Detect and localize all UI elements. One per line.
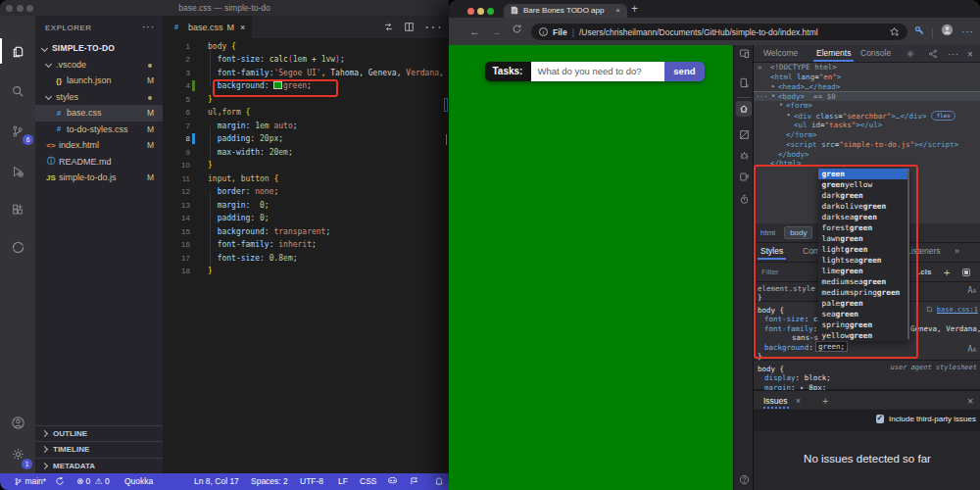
flex-badge[interactable]: flex [931, 111, 955, 121]
disclosure-down-icon[interactable]: ▾ [779, 101, 783, 111]
section-metadata[interactable]: METADATA [35, 458, 163, 474]
extensions-icon[interactable] [0, 195, 35, 224]
device-rotate-icon[interactable] [734, 73, 754, 94]
info-icon[interactable]: i [539, 27, 548, 36]
eol-item[interactable]: LF [338, 473, 348, 490]
dom-node[interactable]: ▸<div class="searchbar">…</div>flex [754, 111, 980, 121]
performance-timer-icon[interactable] [734, 189, 754, 211]
tab-console[interactable]: Console [860, 45, 891, 62]
dom-node[interactable]: <ul id="tasks"></ul> [754, 121, 980, 130]
element-state-icon[interactable] [961, 268, 971, 277]
disclosure-right-icon[interactable]: ▸ [787, 111, 791, 121]
address-bar[interactable]: i File | /Users/chrisheilmann/Documents/… [531, 24, 907, 40]
dom-node[interactable]: ···▾<body> == $0 [754, 92, 980, 102]
cursor-position-item[interactable]: Ln 8, Col 17 [194, 473, 239, 490]
tree-item-simple-to-do.js[interactable]: JSsimple-to-do.jsM [35, 170, 163, 186]
vscode-title-bar[interactable]: base.css — simple-to-do [0, 0, 449, 16]
profile-avatar[interactable] [941, 24, 954, 36]
new-rule-plus-icon[interactable]: + [944, 263, 950, 282]
disclosure-down-icon[interactable]: ▾ [771, 92, 775, 102]
tree-item-base.css[interactable]: #base.cssM [35, 105, 163, 122]
feedback-icon[interactable] [410, 473, 419, 490]
source-control-icon[interactable]: 6 [0, 117, 35, 146]
password-key-icon[interactable] [913, 24, 925, 36]
issues-tab-close-icon[interactable]: × [796, 396, 801, 406]
close-traffic-light[interactable] [467, 8, 474, 15]
settings-gear-icon[interactable]: 1 [0, 439, 35, 468]
tab-elements[interactable]: Elements [816, 45, 851, 62]
disclosure-right-icon[interactable]: ▸ [771, 82, 775, 92]
sync-icon[interactable] [55, 473, 65, 490]
debug-bug-icon[interactable] [734, 145, 754, 167]
browser-tab[interactable]: Bare Bones TODO app × [504, 4, 627, 19]
help-icon[interactable] [734, 468, 754, 490]
dom-node[interactable]: »<!DOCTYPE html> [754, 63, 980, 73]
editor-more-icon[interactable]: ··· [424, 19, 443, 36]
home-welcome-icon[interactable] [736, 101, 752, 117]
explorer-icon[interactable] [0, 36, 35, 66]
css-overlay-icon[interactable] [734, 123, 754, 145]
tree-item-simple-to-do[interactable]: SIMPLE-TO-DO [35, 40, 163, 57]
more-tabs-icon[interactable]: » [955, 243, 959, 260]
devtools-settings-gear-icon[interactable] [906, 45, 915, 63]
edge-devtools-icon[interactable] [0, 232, 35, 262]
tree-item-styles[interactable]: styles [35, 89, 163, 106]
quokka-item[interactable]: Quokka [124, 473, 153, 490]
accounts-icon[interactable] [0, 408, 35, 437]
zoom-traffic-light[interactable] [26, 5, 33, 12]
minimize-traffic-light[interactable] [477, 8, 484, 15]
device-emulation-icon[interactable] [734, 42, 754, 64]
third-party-checkbox-row[interactable]: ✓ Include third-party issues [876, 415, 976, 423]
section-outline[interactable]: OUTLINE [35, 425, 163, 442]
run-debug-icon[interactable] [0, 157, 35, 186]
font-editor-icon[interactable]: AA [968, 286, 976, 295]
tree-item-readme.md[interactable]: ⓘREADME.md [35, 154, 163, 171]
checkbox-checked-icon[interactable]: ✓ [876, 415, 885, 423]
dom-node[interactable]: ▸<head>…</head> [754, 82, 980, 92]
problems-item[interactable]: ⊗ 0 ⚠ 0 [76, 473, 110, 490]
tab-welcome[interactable]: Welcome [763, 45, 798, 62]
search-icon[interactable] [0, 76, 35, 106]
drawer-add-icon[interactable]: + [822, 392, 828, 410]
tree-item-launch.json[interactable]: {}launch.jsonM [35, 73, 163, 89]
indentation-item[interactable]: Spaces: 2 [251, 473, 288, 490]
tree-item-.vscode[interactable]: .vscode [35, 57, 163, 74]
cls-toggle[interactable]: .cls [918, 263, 931, 282]
send-button[interactable]: send [664, 62, 704, 81]
devtools-more-icon[interactable]: ··· [948, 45, 959, 63]
minimize-traffic-light[interactable] [17, 5, 24, 12]
stylesheet-link[interactable]: base.css:1 [926, 306, 978, 315]
split-editor-icon[interactable] [404, 22, 415, 32]
forward-icon[interactable]: → [491, 24, 502, 38]
tab-issues[interactable]: Issues × [763, 391, 801, 411]
font-editor-icon[interactable]: AA [968, 345, 976, 354]
language-item[interactable]: CSS [360, 473, 376, 490]
task-input[interactable]: What do you need to do? [531, 62, 664, 81]
back-icon[interactable]: ← [469, 24, 480, 38]
dom-node[interactable]: </body> [754, 150, 980, 160]
dom-node[interactable]: <html lang="en"> [754, 73, 980, 82]
dom-node[interactable]: <script src="simple-to-do.js"></script> [754, 140, 980, 150]
copilot-icon[interactable] [387, 473, 398, 490]
explorer-more-icon[interactable]: ··· [142, 22, 155, 32]
new-tab-icon[interactable]: + [631, 2, 638, 16]
zoom-traffic-light[interactable] [487, 8, 494, 15]
encoding-item[interactable]: UTF-8 [300, 473, 323, 490]
git-branch-item[interactable]: main* [14, 473, 46, 490]
devtools-close-icon[interactable]: × [967, 45, 973, 63]
tab-close-icon[interactable]: × [615, 6, 620, 15]
tree-item-to-do-styles.css[interactable]: #to-do-styles.cssM [35, 122, 163, 138]
notifications-bell-icon[interactable] [434, 473, 444, 490]
section-timeline[interactable]: TIMELINE [35, 441, 163, 458]
refresh-icon[interactable] [512, 24, 522, 34]
close-traffic-light[interactable] [6, 5, 13, 12]
dom-node[interactable]: </form> [754, 130, 980, 140]
browser-menu-icon[interactable]: ··· [961, 24, 974, 38]
favorite-star-icon[interactable] [889, 26, 900, 37]
drawer-close-icon[interactable]: × [967, 392, 973, 410]
devtools-share-icon[interactable] [928, 45, 938, 63]
tab-base-css[interactable]: # base.css M × [163, 16, 252, 38]
tree-item-index.html[interactable]: <>index.htmlM [35, 137, 163, 154]
tab-close-icon[interactable]: × [240, 23, 245, 32]
open-changes-icon[interactable] [383, 22, 394, 32]
